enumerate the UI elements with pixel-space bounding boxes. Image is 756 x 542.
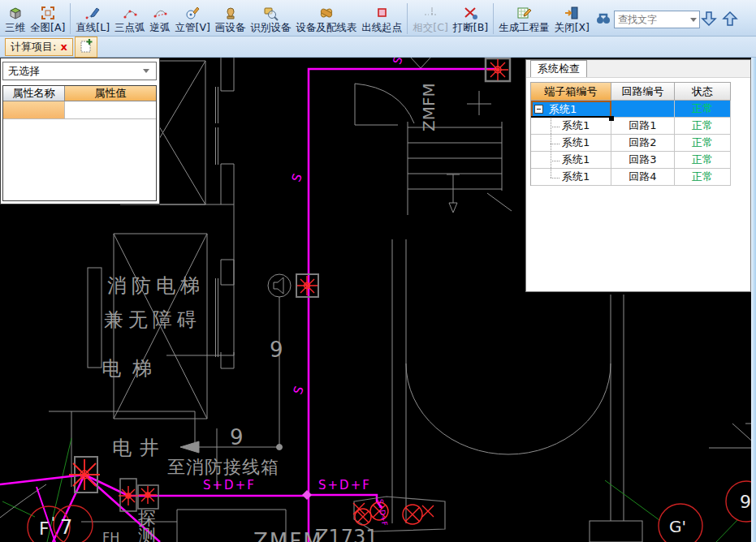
pencil-line-icon xyxy=(84,4,101,21)
cable-icon xyxy=(318,4,335,21)
selection-dropdown-value: 无选择 xyxy=(8,64,40,79)
circuit-cell[interactable]: 回路1 xyxy=(611,118,675,135)
find-prev-button[interactable] xyxy=(721,11,739,28)
toolbar-button-generate-quantities[interactable]: 生成工程量 xyxy=(496,0,552,36)
status-badge: 正常 xyxy=(675,152,731,169)
window-edge-strip xyxy=(751,57,756,542)
shaft-label-3: 电梯 xyxy=(102,357,163,380)
selection-dropdown[interactable]: 无选择 xyxy=(2,62,157,80)
selection-underline xyxy=(531,116,611,118)
spreadsheet-pencil-icon xyxy=(516,4,532,21)
toolbar-button-reverse-arc[interactable]: 逆弧 xyxy=(148,0,173,36)
wire-s2: S xyxy=(290,385,306,397)
intersect-icon xyxy=(422,4,438,21)
circle-tick-label: ' xyxy=(51,514,55,531)
fh-label: FH xyxy=(102,530,119,542)
toolbar-button-close[interactable]: 关闭[X] xyxy=(552,0,592,36)
terminal-box-cell[interactable]: 系统1 xyxy=(531,152,611,169)
tree-guide-stub xyxy=(551,161,559,161)
close-tab-icon[interactable]: x xyxy=(60,41,67,53)
circle-7-label: 7 xyxy=(60,516,72,539)
circle-9-label: 9 xyxy=(740,492,751,512)
arc-3point-icon xyxy=(122,4,138,21)
terminal-box-cell[interactable]: 系统1 xyxy=(531,118,611,135)
properties-panel: 无选择 属性名称 属性值 xyxy=(0,58,160,204)
toolbar-button-line[interactable]: 直线[L] xyxy=(73,0,112,36)
stamp-icon xyxy=(222,4,239,21)
toolbar-button-break[interactable]: 打断[B] xyxy=(451,0,490,36)
toolbar-button-draw-device[interactable]: 画设备 xyxy=(213,0,248,36)
new-item-button[interactable] xyxy=(75,37,97,58)
toolbar-button-detect-device[interactable]: 识别设备 xyxy=(248,0,293,36)
property-name-header: 属性名称 xyxy=(3,86,65,101)
wire-junction-node[interactable] xyxy=(302,490,312,500)
system-check-table: 端子箱编号 回路编号 状态 系统1 正常 系统1 回路1 正常 系统1 回路2 … xyxy=(530,82,731,186)
tree-guide-stub xyxy=(551,127,559,127)
cube-3d-icon xyxy=(7,4,24,21)
system-check-panel: 系统检查 端子箱编号 回路编号 状态 系统1 正常 系统1 回路1 正常 系统1… xyxy=(525,59,751,292)
tab-system-check[interactable]: 系统检查 xyxy=(530,60,587,77)
well-label: 电井 xyxy=(112,437,167,459)
property-value-header: 属性值 xyxy=(65,86,156,101)
tab-calc-project-label: 计算项目: xyxy=(11,40,56,54)
collapse-minus-icon[interactable] xyxy=(534,105,543,114)
system-check-table-header: 端子箱编号 回路编号 状态 xyxy=(531,83,731,101)
table-row-circuit4[interactable]: 系统1 回路4 正常 xyxy=(531,169,731,186)
tree-guide-stub xyxy=(551,178,559,179)
find-next-button[interactable] xyxy=(700,11,718,28)
magnifier-device-icon xyxy=(262,4,279,21)
toolbar-button-outlet-start[interactable]: 出线起点 xyxy=(359,0,404,36)
circuit-cell[interactable] xyxy=(611,101,675,118)
shaft-label-2: 兼无障碍 xyxy=(104,308,201,331)
toolbar-separator xyxy=(407,3,408,34)
ce-label: 测 xyxy=(138,526,156,542)
circle-g-label: G' xyxy=(669,517,686,536)
table-row-circuit3[interactable]: 系统1 回路3 正常 xyxy=(531,152,731,169)
main-toolbar: 三维 全图[A] 直线[L] 三点弧 逆弧 立管[V] 画设备 识别设备 设备及… xyxy=(0,0,756,37)
table-row-circuit1[interactable]: 系统1 回路1 正常 xyxy=(531,118,731,135)
toolbar-button-3d[interactable]: 三维 xyxy=(2,0,28,36)
terminal-box-header: 端子箱编号 xyxy=(531,83,611,101)
project-tab-strip: 计算项目: x xyxy=(0,37,756,58)
wire-s1: S xyxy=(288,172,305,184)
full-view-icon xyxy=(40,4,56,21)
toolbar-button-riser[interactable]: 立管[V] xyxy=(173,0,213,36)
toolbar-button-intersect[interactable]: 相交[C] xyxy=(410,0,450,36)
riser-pipe-icon xyxy=(184,4,201,21)
status-badge: 正常 xyxy=(675,101,731,118)
toolbar-separator xyxy=(493,3,494,34)
table-row-circuit2[interactable]: 系统1 回路2 正常 xyxy=(531,135,731,152)
zmfm-vertical: ZMFM xyxy=(419,83,438,131)
terminal-box-cell[interactable]: 系统1 xyxy=(531,135,611,152)
property-name-cell[interactable] xyxy=(3,101,65,118)
circuit-header: 回路编号 xyxy=(611,83,675,101)
exit-door-icon xyxy=(564,4,580,21)
toolbar-button-3pt-arc[interactable]: 三点弧 xyxy=(112,0,148,36)
property-table-row[interactable] xyxy=(3,101,156,119)
terminal-box-cell[interactable]: 系统1 xyxy=(531,169,611,186)
property-value-cell[interactable] xyxy=(65,101,156,118)
property-table: 属性名称 属性值 xyxy=(2,85,157,201)
shaft-label-1: 消防电梯 xyxy=(107,274,205,297)
status-badge: 正常 xyxy=(675,135,731,152)
find-text-group xyxy=(595,11,739,28)
selection-fill-handle[interactable] xyxy=(609,116,614,121)
tab-system-check-label: 系统检查 xyxy=(538,62,580,76)
toolbar-button-full-view[interactable]: 全图[A] xyxy=(28,0,67,36)
to-fire-box-label: 至消防接线箱 xyxy=(167,457,279,477)
table-row-system1-parent[interactable]: 系统1 正常 xyxy=(531,101,731,118)
circuit-cell[interactable]: 回路2 xyxy=(611,135,675,152)
toolbar-separator xyxy=(70,3,71,34)
circuit-cell[interactable]: 回路4 xyxy=(611,169,675,186)
break-tool-icon xyxy=(463,4,479,21)
find-text-input[interactable] xyxy=(614,11,700,28)
chevron-down-icon xyxy=(143,69,149,73)
tree-guide-stub xyxy=(551,144,559,144)
dim-9b: 9 xyxy=(230,425,244,450)
circuit-cell[interactable]: 回路3 xyxy=(611,152,675,169)
red-square-icon xyxy=(374,4,390,21)
toolbar-button-device-wiring-table[interactable]: 设备及配线表 xyxy=(293,0,359,36)
status-badge: 正常 xyxy=(675,169,731,186)
tab-calc-project[interactable]: 计算项目: x xyxy=(5,38,73,56)
wire-s3: S xyxy=(391,57,405,66)
